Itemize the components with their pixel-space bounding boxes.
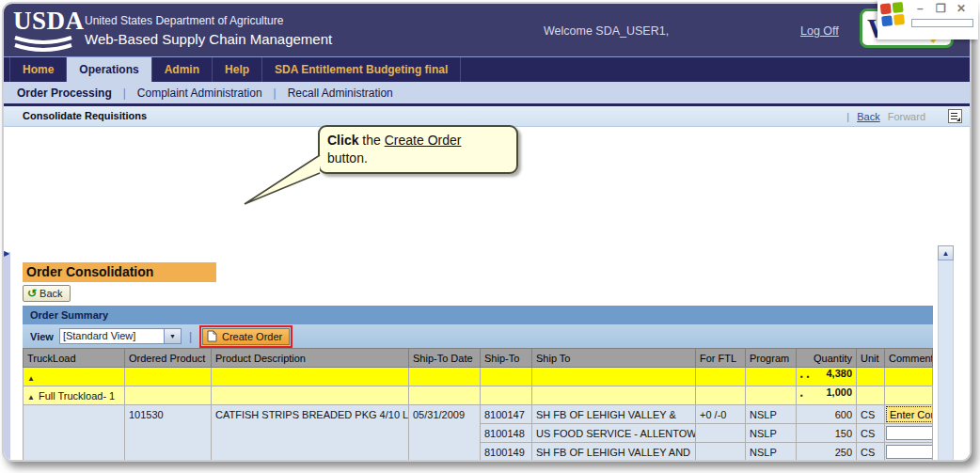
subnav-recall-administration[interactable]: Recall Administration [288, 87, 393, 100]
page-title: Order Consolidation [23, 262, 216, 282]
table-row: 101530 CATFISH STRIPS BREADED PKG 4/10 L… [24, 405, 933, 424]
app-title: Web-Based Supply Chain Management [85, 31, 332, 47]
subnav-order-processing[interactable]: Order Processing [17, 87, 112, 100]
col-ship-to-name: Ship To [532, 349, 696, 368]
ship-to-name: SH FB OF LEHIGH VALLEY AND [532, 443, 696, 462]
view-label: View [30, 331, 54, 342]
sum-markers-icon: ▪▪ [800, 368, 814, 386]
breadcrumb-bar: Consolidate Requisitions | Back Forward [4, 106, 970, 127]
group-quantity: 1,000 [826, 386, 852, 398]
history-back-link[interactable]: Back [857, 111, 879, 122]
col-unit: Unit [857, 349, 885, 368]
product-description: CATFISH STRIPS BREADED PKG 4/10 LB [212, 405, 409, 462]
toolbar-divider: | [189, 330, 192, 343]
tab-operations[interactable]: Operations [67, 57, 151, 82]
unit: CS [857, 424, 885, 443]
view-select-value[interactable]: [Standard View] [59, 328, 165, 344]
tab-help[interactable]: Help [213, 57, 262, 82]
log-off-link[interactable]: Log Off [800, 24, 839, 38]
col-quantity: Quantity [797, 349, 857, 368]
back-button[interactable]: ↺ Back [23, 285, 71, 302]
comment-input[interactable] [886, 426, 933, 440]
ship-to-id: 8100149 [481, 443, 532, 462]
scroll-up-button[interactable]: ▲ [938, 245, 954, 260]
back-arrow-icon: ↺ [27, 287, 37, 300]
vertical-scrollbar: ▲ [938, 245, 954, 462]
collapse-arrow-icon: ▶ [4, 249, 9, 258]
sum-marker-icon: ▪ [800, 386, 807, 404]
main-nav-tabs: Home Operations Admin Help SDA Entitleme… [4, 56, 970, 82]
ship-to-name: US FOOD SERVICE - ALLENTOWN [532, 424, 696, 443]
comment-input[interactable] [886, 445, 933, 459]
breadcrumb-title: Consolidate Requisitions [23, 110, 147, 121]
ship-to-name: SH FB OF LEHIGH VALLEY & [532, 405, 696, 424]
instruction-callout: Click the Create Order button. [318, 125, 518, 174]
collapse-all-icon[interactable]: ▲ [27, 374, 35, 383]
overlay-field [911, 19, 973, 27]
back-button-label: Back [40, 288, 62, 299]
for-ftl: +0 /-0 [696, 405, 746, 424]
tab-sda-entitlement[interactable]: SDA Entitlement Budgeting final [262, 57, 461, 82]
collapse-group-icon[interactable]: ▲ [27, 393, 35, 402]
app-window: USDA United States Department of Agricul… [2, 2, 972, 462]
order-summary-header: Order Summary [23, 306, 933, 324]
ordered-product: 101530 [125, 405, 212, 462]
screenshot-stage: USDA United States Department of Agricul… [0, 0, 980, 473]
windows-logo-icon [880, 2, 908, 29]
ship-to-id: 8100147 [481, 405, 532, 424]
col-product-description: Product Description [212, 349, 409, 368]
program: NSLP [746, 424, 797, 443]
app-header: USDA United States Department of Agricul… [4, 4, 970, 56]
enter-comment-button[interactable]: Enter Comment [886, 406, 933, 422]
history-forward-link[interactable]: Forward [888, 111, 925, 122]
create-order-button[interactable]: Create Order [202, 328, 290, 345]
history-divider: | [846, 111, 849, 122]
quantity: 600 [797, 405, 857, 424]
col-comments: Comments [885, 349, 933, 368]
col-ship-to-date: Ship-To Date [409, 349, 481, 368]
grand-total-row: ▲ ▪▪4,380 [24, 368, 933, 386]
callout-bold: Click [327, 133, 358, 148]
group-name: Full Truckload- 1 [39, 390, 115, 402]
col-program: Program [746, 349, 797, 368]
table-header-row: TruckLoad Ordered Product Product Descri… [24, 349, 933, 368]
tab-admin[interactable]: Admin [152, 57, 213, 82]
unit: CS [857, 443, 885, 462]
grand-total-quantity: 4,380 [826, 368, 852, 379]
restore-button[interactable]: ❐ [936, 2, 946, 15]
quantity: 250 [797, 443, 857, 462]
subnav-complaint-administration[interactable]: Complaint Administration [137, 87, 262, 100]
new-document-icon [207, 330, 217, 342]
create-order-label: Create Order [222, 331, 282, 342]
truckload-group-row: ▲Full Truckload- 1 ▪1,000 [24, 386, 933, 405]
history-controls: | Back Forward [846, 106, 962, 126]
close-button[interactable]: ✕ [956, 2, 966, 15]
order-summary-table: TruckLoad Ordered Product Product Descri… [23, 348, 933, 462]
subnav-divider: | [123, 87, 126, 100]
usda-swoosh-icon [13, 35, 73, 52]
subnav-divider: | [274, 87, 277, 100]
left-collapse-strip[interactable]: ▶ [4, 252, 10, 462]
view-select[interactable]: [Standard View] ▼ [59, 328, 182, 344]
content-area: ▶ Order Consolidation ↺ Back Order Summa… [4, 127, 970, 460]
usda-logo-text: USDA [13, 7, 75, 35]
program: NSLP [746, 443, 797, 462]
minimize-button[interactable]: – [917, 2, 924, 15]
scrollbar-track[interactable] [938, 260, 954, 462]
create-order-highlight: Create Order [199, 325, 292, 348]
overlapping-window-fragment: – ❐ ✕ [877, 0, 978, 39]
unit: CS [857, 405, 885, 424]
col-ship-to: Ship-To [481, 349, 532, 368]
quantity: 150 [797, 424, 857, 443]
history-menu-icon[interactable] [948, 109, 962, 123]
callout-link-text: Create Order [385, 133, 462, 148]
chevron-down-icon[interactable]: ▼ [165, 328, 182, 344]
welcome-text: Welcome SDA_USER1, [544, 24, 669, 38]
program: NSLP [746, 405, 797, 424]
sub-nav: Order Processing | Complaint Administrat… [4, 82, 970, 103]
col-truckload: TruckLoad [24, 349, 125, 368]
usda-logo: USDA [13, 7, 75, 54]
tab-home[interactable]: Home [9, 57, 67, 82]
callout-line2: button. [327, 150, 368, 166]
truckload-group-row: ▲Full Truckload- 2 ▪1,560 [24, 462, 933, 463]
